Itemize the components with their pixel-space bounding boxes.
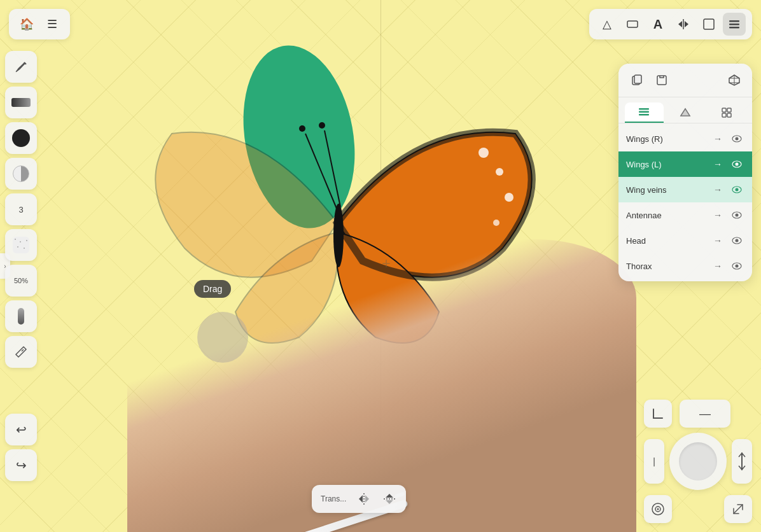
opacity-tool[interactable] <box>5 158 37 190</box>
svg-line-11 <box>22 349 24 351</box>
bottom-right-icons <box>644 495 752 523</box>
joystick-left-label: | <box>653 456 655 466</box>
eye-icon-thorax <box>732 261 742 271</box>
top-toolbar: △ A <box>589 9 752 39</box>
svg-rect-29 <box>727 108 731 112</box>
layers-panel-button[interactable] <box>723 13 746 36</box>
undo-button[interactable]: ↩ <box>5 414 37 445</box>
camera-icon <box>651 502 665 516</box>
svg-rect-16 <box>729 24 739 25</box>
brush-tool[interactable] <box>5 51 37 83</box>
layer-action-wing-veins-arrow[interactable]: → <box>710 182 725 197</box>
svg-rect-20 <box>657 76 666 85</box>
tab-grid-icon <box>721 107 732 118</box>
selection-circle[interactable] <box>197 312 248 363</box>
layer-head[interactable]: Head → <box>618 228 752 253</box>
redo-button[interactable]: ↪ <box>5 449 37 481</box>
color-gradient <box>11 98 31 107</box>
layer-name-wings-l: Wings (L) <box>626 160 706 169</box>
copy-button[interactable] <box>626 70 646 90</box>
pressure-bar <box>18 308 24 325</box>
eyedropper-icon <box>14 345 28 359</box>
text-tool-button[interactable]: A <box>646 13 669 36</box>
layer-wings-r[interactable]: Wings (R) → <box>618 126 752 151</box>
right-panel: Wings (R) → Wings (L) → Wing veins <box>618 64 752 281</box>
shape-tool-button[interactable]: △ <box>596 13 618 36</box>
selection-tool-button[interactable] <box>621 13 644 36</box>
svg-point-1 <box>478 148 489 158</box>
joystick[interactable] <box>669 433 727 490</box>
layer-visibility-wing-veins[interactable] <box>729 182 744 197</box>
svg-rect-27 <box>639 114 649 116</box>
tab-layers[interactable] <box>625 102 664 123</box>
layer-thorax[interactable]: Thorax → <box>618 253 752 279</box>
joystick-left-button[interactable]: | <box>644 439 664 484</box>
layer-action-wings-l-arrow[interactable]: → <box>710 157 725 172</box>
mirror-tool-button[interactable] <box>672 13 695 36</box>
layer-antennae[interactable]: Antennae → <box>618 202 752 228</box>
color-selector[interactable] <box>5 87 37 118</box>
svg-point-49 <box>657 508 659 510</box>
transform-label: Trans... <box>318 494 349 503</box>
pressure-tool[interactable] <box>5 300 37 332</box>
svg-point-41 <box>736 239 739 242</box>
layer-visibility-head[interactable] <box>729 233 744 248</box>
expand-icon <box>731 502 745 516</box>
brush-size-value: 3 <box>18 205 23 214</box>
frame-tool-button[interactable] <box>697 13 720 36</box>
opacity-ring <box>13 165 29 182</box>
left-sidebar: 3 50% <box>5 51 39 368</box>
texture-tool[interactable] <box>5 229 37 261</box>
flip-vertical-button[interactable] <box>379 489 400 509</box>
brush-color-dot <box>12 129 30 147</box>
layer-name-wings-r: Wings (R) <box>626 134 706 144</box>
eye-icon-active <box>732 159 742 169</box>
tab-appearance-icon <box>680 107 691 118</box>
layer-name-wing-veins: Wing veins <box>626 185 706 195</box>
flip-horizontal-button[interactable] <box>354 489 374 509</box>
expand-button[interactable] <box>724 495 752 523</box>
layer-name-head: Head <box>626 236 706 246</box>
tab-appearance[interactable] <box>666 102 705 123</box>
undo-redo-controls: ↩ ↪ <box>5 414 37 481</box>
svg-rect-14 <box>704 19 714 29</box>
3d-icon <box>728 74 741 87</box>
layer-wings-l[interactable]: Wings (L) → <box>618 151 752 177</box>
eye-icon-veins <box>732 185 742 195</box>
brush-size-tool[interactable]: 3 <box>5 193 37 225</box>
svg-rect-25 <box>639 108 649 110</box>
svg-point-37 <box>736 188 739 192</box>
menu-button[interactable]: ☰ <box>41 13 64 36</box>
mirror-icon <box>677 18 690 31</box>
svg-rect-28 <box>722 108 726 112</box>
layers-list: Wings (R) → Wings (L) → Wing veins <box>618 123 752 281</box>
eye-icon-head <box>732 235 742 246</box>
layer-visibility-antennae[interactable] <box>729 207 744 223</box>
opacity-percent-tool[interactable]: 50% <box>5 265 37 297</box>
camera-button[interactable] <box>644 495 672 523</box>
svg-rect-12 <box>627 21 638 27</box>
svg-point-6 <box>299 125 305 132</box>
layer-visibility-wings-l[interactable] <box>729 157 744 172</box>
corner-position-button[interactable] <box>644 400 672 428</box>
brush-icon <box>14 60 28 74</box>
layer-action-antennae-arrow[interactable]: → <box>710 207 725 223</box>
layer-action-wings-r-arrow[interactable]: → <box>710 131 725 146</box>
home-button[interactable]: 🏠 <box>15 13 38 36</box>
svg-point-8 <box>319 122 325 129</box>
panel-tabs <box>618 97 752 123</box>
layer-visibility-thorax[interactable] <box>729 258 744 274</box>
paste-button[interactable] <box>652 70 672 90</box>
layer-wing-veins[interactable]: Wing veins → <box>618 177 752 202</box>
layer-action-head-arrow[interactable]: → <box>710 233 725 248</box>
color-swatch[interactable] <box>5 122 37 154</box>
eyedropper-tool[interactable] <box>5 336 37 368</box>
tab-grid[interactable] <box>707 102 746 123</box>
3d-button[interactable] <box>724 70 744 90</box>
minus-button[interactable]: — <box>680 400 730 428</box>
layer-action-thorax-arrow[interactable]: → <box>710 258 725 274</box>
svg-point-2 <box>496 168 503 176</box>
flip-h-icon <box>357 492 371 506</box>
layer-visibility-wings-r[interactable] <box>729 131 744 146</box>
joystick-right-button[interactable] <box>732 439 752 484</box>
